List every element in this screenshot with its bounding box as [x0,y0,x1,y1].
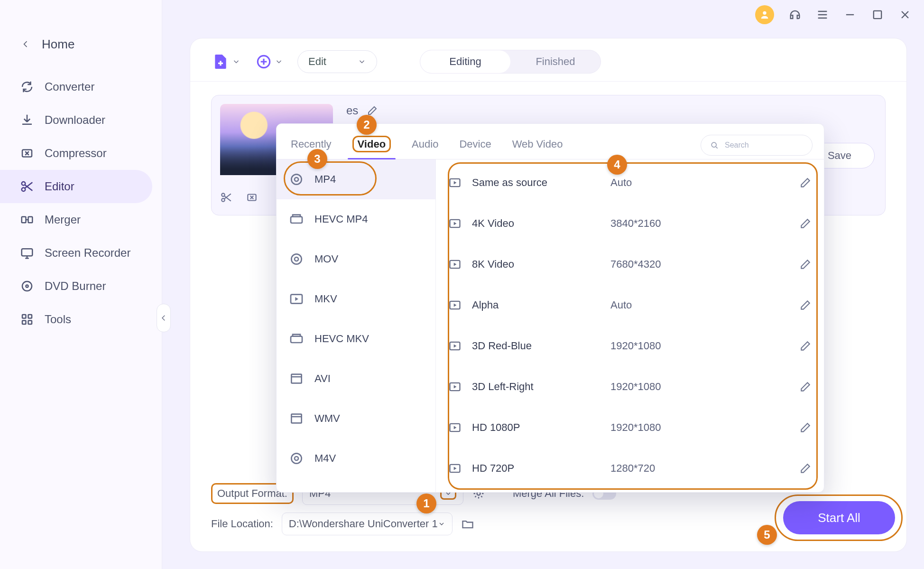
file-location-value: D:\Wondershare UniConverter 1 [289,518,438,530]
converter-icon [20,80,34,94]
search-input[interactable]: Search [701,135,813,156]
step-badge-5: 5 [757,525,777,545]
step-badge-1: 1 [416,494,436,513]
sidebar-item-label: Screen Recorder [45,246,130,260]
edit-mode-dropdown[interactable]: Edit [297,50,377,73]
film-icon [289,411,304,426]
sidebar-item-editor[interactable]: Editor [0,170,152,203]
format-item-mkv[interactable]: MKV [277,279,435,319]
format-list: MP4 HEVC MP4 MOV MKV HEVC MKV AVI [277,159,436,492]
home-label: Home [42,37,74,52]
account-avatar[interactable] [755,5,774,24]
sidebar-item-downloader[interactable]: Downloader [0,103,152,137]
format-label: AVI [314,373,331,385]
chevron-down-icon [358,57,366,66]
sidebar-item-label: Compressor [45,147,107,160]
format-label: MOV [314,253,338,265]
search-icon [710,140,719,150]
format-label: MKV [314,293,337,305]
play-icon [289,291,304,307]
film-icon [289,371,304,386]
sidebar-item-label: Converter [45,80,94,93]
disc-icon [289,451,304,466]
crop-tool-icon[interactable] [246,191,258,204]
sidebar-item-label: Merger [45,213,81,226]
menu-icon[interactable] [816,8,829,21]
tab-finished[interactable]: Finished [510,50,601,73]
save-label: Save [828,149,851,162]
compress-icon [20,146,34,160]
chevron-down-icon [438,520,445,528]
step-badge-2: 2 [357,115,377,135]
close-icon[interactable] [898,8,912,21]
tab-editing[interactable]: Editing [420,50,510,73]
add-url-button[interactable] [255,53,283,71]
format-label: HEVC MP4 [314,213,368,225]
start-all-button[interactable]: Start All [783,501,895,534]
format-label: WMV [314,412,340,425]
sidebar-item-label: DVD Burner [45,280,106,293]
support-icon[interactable] [788,8,802,21]
format-item-avi[interactable]: AVI [277,359,435,399]
start-all-label: Start All [818,511,860,525]
sidebar-item-dvd-burner[interactable]: DVD Burner [0,270,152,303]
sidebar-item-label: Editor [45,180,74,193]
sidebar-collapse-button[interactable] [157,304,171,332]
toolbar: Edit Editing Finished [190,38,906,82]
trim-tool-icon[interactable] [220,191,232,204]
dvd-icon [20,279,34,293]
maximize-icon[interactable] [871,8,884,21]
format-item-wmv[interactable]: WMV [277,399,435,438]
step-badge-4: 4 [607,155,627,175]
format-item-hevc-mkv[interactable]: HEVC MKV [277,319,435,359]
sidebar-item-converter[interactable]: Converter [0,70,152,103]
search-placeholder: Search [725,141,749,149]
format-item-mov[interactable]: MOV [277,239,435,279]
sidebar-item-compressor[interactable]: Compressor [0,137,152,170]
format-label: M4V [314,452,336,465]
file-location-select[interactable]: D:\Wondershare UniConverter 1 [282,513,453,535]
annotation-ring [448,162,818,490]
tab-audio[interactable]: Audio [409,131,441,159]
open-folder-icon[interactable] [461,517,474,531]
clip-title: es [346,104,358,117]
home-button[interactable]: Home [0,29,162,59]
sidebar-item-merger[interactable]: Merger [0,203,152,236]
add-file-button[interactable] [211,52,240,71]
edit-mode-label: Edit [308,56,326,68]
format-item-hevc-mp4[interactable]: HEVC MP4 [277,199,435,239]
sidebar: Home Converter Downloader Compressor Edi… [0,0,162,569]
tab-video[interactable]: Video [350,131,394,159]
scissors-icon [20,179,34,194]
format-item-m4v[interactable]: M4V [277,438,435,478]
file-location-label: File Location: [211,518,273,530]
sidebar-item-label: Downloader [45,113,105,127]
download-icon [20,113,34,127]
back-icon [21,39,30,49]
sidebar-item-tools[interactable]: Tools [0,303,152,336]
sidebar-item-screen-recorder[interactable]: Screen Recorder [0,236,152,270]
hevc-icon [289,212,304,227]
hevc-icon [289,331,304,346]
format-label: HEVC MKV [314,333,369,345]
merge-icon [20,213,34,227]
screen-icon [20,246,34,260]
tab-device[interactable]: Device [456,131,494,159]
tools-icon [20,312,34,326]
annotation-ring [284,161,377,196]
tab-video-label: Video [352,136,391,152]
sidebar-item-label: Tools [45,313,71,326]
disc-icon [289,252,304,267]
minimize-icon[interactable] [843,8,857,21]
step-badge-3: 3 [307,149,327,169]
tab-web-video[interactable]: Web Video [509,131,566,159]
job-state-tabs: Editing Finished [420,50,601,74]
